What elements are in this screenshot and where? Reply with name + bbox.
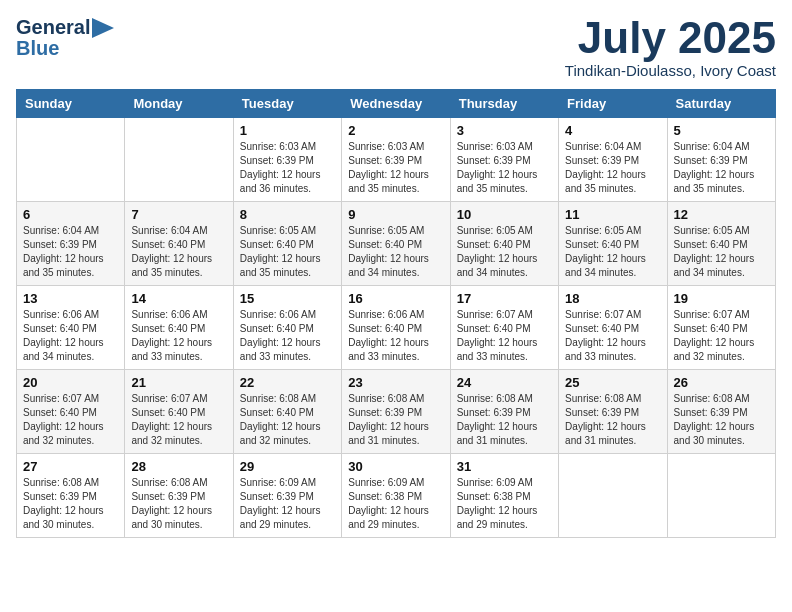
day-info: Sunrise: 6:03 AM Sunset: 6:39 PM Dayligh… [457,140,552,196]
calendar-cell: 11Sunrise: 6:05 AM Sunset: 6:40 PM Dayli… [559,202,667,286]
day-number: 29 [240,459,335,474]
calendar-cell: 14Sunrise: 6:06 AM Sunset: 6:40 PM Dayli… [125,286,233,370]
calendar-week-row: 1Sunrise: 6:03 AM Sunset: 6:39 PM Daylig… [17,118,776,202]
calendar-cell: 13Sunrise: 6:06 AM Sunset: 6:40 PM Dayli… [17,286,125,370]
title-area: July 2025 Tindikan-Dioulasso, Ivory Coas… [565,16,776,79]
day-info: Sunrise: 6:09 AM Sunset: 6:38 PM Dayligh… [457,476,552,532]
day-number: 3 [457,123,552,138]
day-number: 5 [674,123,769,138]
calendar-cell: 10Sunrise: 6:05 AM Sunset: 6:40 PM Dayli… [450,202,558,286]
calendar-cell: 18Sunrise: 6:07 AM Sunset: 6:40 PM Dayli… [559,286,667,370]
calendar-cell: 12Sunrise: 6:05 AM Sunset: 6:40 PM Dayli… [667,202,775,286]
day-info: Sunrise: 6:05 AM Sunset: 6:40 PM Dayligh… [348,224,443,280]
day-info: Sunrise: 6:06 AM Sunset: 6:40 PM Dayligh… [23,308,118,364]
calendar-cell: 7Sunrise: 6:04 AM Sunset: 6:40 PM Daylig… [125,202,233,286]
day-number: 9 [348,207,443,222]
day-info: Sunrise: 6:04 AM Sunset: 6:39 PM Dayligh… [23,224,118,280]
day-number: 16 [348,291,443,306]
calendar-cell: 22Sunrise: 6:08 AM Sunset: 6:40 PM Dayli… [233,370,341,454]
day-number: 28 [131,459,226,474]
day-info: Sunrise: 6:06 AM Sunset: 6:40 PM Dayligh… [348,308,443,364]
calendar-cell: 31Sunrise: 6:09 AM Sunset: 6:38 PM Dayli… [450,454,558,538]
calendar-cell: 4Sunrise: 6:04 AM Sunset: 6:39 PM Daylig… [559,118,667,202]
calendar-week-row: 27Sunrise: 6:08 AM Sunset: 6:39 PM Dayli… [17,454,776,538]
day-info: Sunrise: 6:07 AM Sunset: 6:40 PM Dayligh… [23,392,118,448]
logo-general-text: General [16,16,90,39]
day-info: Sunrise: 6:04 AM Sunset: 6:39 PM Dayligh… [674,140,769,196]
day-info: Sunrise: 6:08 AM Sunset: 6:39 PM Dayligh… [674,392,769,448]
day-number: 14 [131,291,226,306]
day-number: 21 [131,375,226,390]
day-number: 12 [674,207,769,222]
calendar-cell: 16Sunrise: 6:06 AM Sunset: 6:40 PM Dayli… [342,286,450,370]
calendar-cell: 27Sunrise: 6:08 AM Sunset: 6:39 PM Dayli… [17,454,125,538]
day-info: Sunrise: 6:08 AM Sunset: 6:39 PM Dayligh… [348,392,443,448]
calendar-cell: 2Sunrise: 6:03 AM Sunset: 6:39 PM Daylig… [342,118,450,202]
calendar-cell [559,454,667,538]
day-number: 2 [348,123,443,138]
day-info: Sunrise: 6:07 AM Sunset: 6:40 PM Dayligh… [131,392,226,448]
weekday-header-tuesday: Tuesday [233,90,341,118]
calendar-cell: 5Sunrise: 6:04 AM Sunset: 6:39 PM Daylig… [667,118,775,202]
day-number: 15 [240,291,335,306]
calendar-cell: 15Sunrise: 6:06 AM Sunset: 6:40 PM Dayli… [233,286,341,370]
weekday-header-friday: Friday [559,90,667,118]
day-info: Sunrise: 6:03 AM Sunset: 6:39 PM Dayligh… [348,140,443,196]
day-number: 22 [240,375,335,390]
calendar-cell: 9Sunrise: 6:05 AM Sunset: 6:40 PM Daylig… [342,202,450,286]
day-number: 20 [23,375,118,390]
calendar-cell: 17Sunrise: 6:07 AM Sunset: 6:40 PM Dayli… [450,286,558,370]
day-number: 1 [240,123,335,138]
day-info: Sunrise: 6:08 AM Sunset: 6:40 PM Dayligh… [240,392,335,448]
day-info: Sunrise: 6:08 AM Sunset: 6:39 PM Dayligh… [457,392,552,448]
calendar-cell: 1Sunrise: 6:03 AM Sunset: 6:39 PM Daylig… [233,118,341,202]
weekday-header-thursday: Thursday [450,90,558,118]
day-number: 8 [240,207,335,222]
day-number: 11 [565,207,660,222]
day-number: 30 [348,459,443,474]
calendar-cell: 29Sunrise: 6:09 AM Sunset: 6:39 PM Dayli… [233,454,341,538]
day-number: 26 [674,375,769,390]
day-info: Sunrise: 6:04 AM Sunset: 6:39 PM Dayligh… [565,140,660,196]
calendar-header-row: SundayMondayTuesdayWednesdayThursdayFrid… [17,90,776,118]
day-info: Sunrise: 6:09 AM Sunset: 6:39 PM Dayligh… [240,476,335,532]
day-number: 6 [23,207,118,222]
calendar-week-row: 20Sunrise: 6:07 AM Sunset: 6:40 PM Dayli… [17,370,776,454]
day-info: Sunrise: 6:06 AM Sunset: 6:40 PM Dayligh… [240,308,335,364]
day-info: Sunrise: 6:05 AM Sunset: 6:40 PM Dayligh… [674,224,769,280]
calendar-cell: 19Sunrise: 6:07 AM Sunset: 6:40 PM Dayli… [667,286,775,370]
calendar-cell: 23Sunrise: 6:08 AM Sunset: 6:39 PM Dayli… [342,370,450,454]
day-number: 23 [348,375,443,390]
day-number: 17 [457,291,552,306]
location-title: Tindikan-Dioulasso, Ivory Coast [565,62,776,79]
day-number: 19 [674,291,769,306]
svg-marker-0 [92,18,114,38]
day-number: 25 [565,375,660,390]
calendar-cell [667,454,775,538]
day-number: 24 [457,375,552,390]
calendar-cell: 26Sunrise: 6:08 AM Sunset: 6:39 PM Dayli… [667,370,775,454]
weekday-header-wednesday: Wednesday [342,90,450,118]
day-info: Sunrise: 6:05 AM Sunset: 6:40 PM Dayligh… [457,224,552,280]
calendar-cell [125,118,233,202]
day-info: Sunrise: 6:04 AM Sunset: 6:40 PM Dayligh… [131,224,226,280]
month-title: July 2025 [565,16,776,60]
calendar-cell: 24Sunrise: 6:08 AM Sunset: 6:39 PM Dayli… [450,370,558,454]
logo-blue-text: Blue [16,37,59,60]
weekday-header-monday: Monday [125,90,233,118]
day-info: Sunrise: 6:08 AM Sunset: 6:39 PM Dayligh… [23,476,118,532]
weekday-header-sunday: Sunday [17,90,125,118]
logo: General Blue [16,16,114,60]
day-number: 4 [565,123,660,138]
page-header: General Blue July 2025 Tindikan-Dioulass… [16,16,776,79]
calendar-cell: 8Sunrise: 6:05 AM Sunset: 6:40 PM Daylig… [233,202,341,286]
calendar-table: SundayMondayTuesdayWednesdayThursdayFrid… [16,89,776,538]
day-info: Sunrise: 6:07 AM Sunset: 6:40 PM Dayligh… [457,308,552,364]
calendar-cell: 25Sunrise: 6:08 AM Sunset: 6:39 PM Dayli… [559,370,667,454]
calendar-cell: 3Sunrise: 6:03 AM Sunset: 6:39 PM Daylig… [450,118,558,202]
day-info: Sunrise: 6:06 AM Sunset: 6:40 PM Dayligh… [131,308,226,364]
day-number: 18 [565,291,660,306]
logo-arrow-icon [92,18,114,38]
day-info: Sunrise: 6:09 AM Sunset: 6:38 PM Dayligh… [348,476,443,532]
day-number: 31 [457,459,552,474]
